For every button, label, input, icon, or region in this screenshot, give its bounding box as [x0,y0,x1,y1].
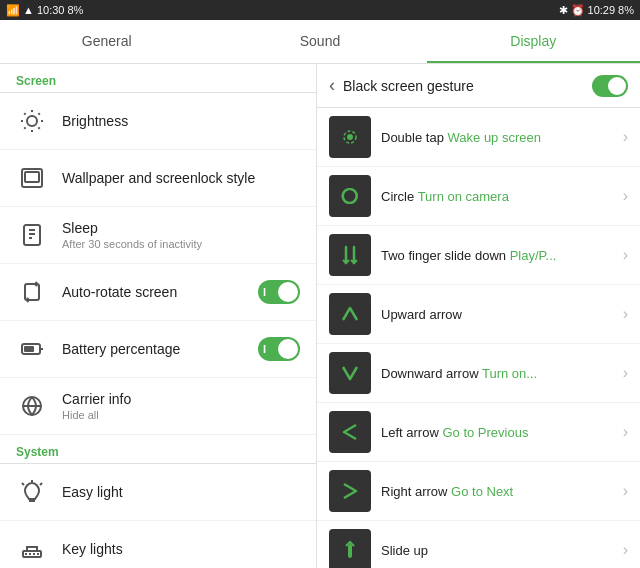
slideup-text: Slide up [381,543,619,558]
carrier-title: Carrier info [62,391,300,407]
section-header-system: System [0,435,316,464]
tab-bar: General Sound Display [0,20,640,64]
keylights-icon [16,533,48,565]
svg-point-0 [27,116,37,126]
svg-rect-26 [29,553,31,555]
twofingerslide-action: Play/P... [510,248,557,263]
gesture-slideup[interactable]: Slide up › [317,521,640,568]
back-button[interactable]: ‹ [329,75,335,96]
wallpaper-text: Wallpaper and screenlock style [62,170,300,186]
upwardarrow-chevron: › [623,305,628,323]
leftarrow-action: Go to Previous [442,425,528,440]
svg-rect-40 [336,477,364,505]
setting-sleep[interactable]: Sleep After 30 seconds of inactivity [0,207,316,264]
battery-title: Battery percentage [62,341,258,357]
svg-rect-27 [33,553,35,555]
downwardarrow-icon [329,352,371,394]
easylight-icon [16,476,48,508]
battery-text: Battery percentage [62,341,258,357]
wifi-icon: ▲ [23,4,34,16]
svg-rect-38 [336,359,364,387]
gesture-upwardarrow[interactable]: Upward arrow › [317,285,640,344]
svg-line-8 [38,113,39,114]
svg-rect-34 [336,241,364,269]
rightarrow-chevron: › [623,482,628,500]
svg-rect-37 [336,300,364,328]
alarm-icon: ⏰ [571,4,585,17]
setting-wallpaper[interactable]: Wallpaper and screenlock style [0,150,316,207]
doubletap-chevron: › [623,128,628,146]
doubletap-text: Double tap Wake up screen [381,130,619,145]
battery-icon [16,333,48,365]
right-panel: ‹ Black screen gesture Double tap Wake u… [317,64,640,568]
blackscreen-toggle[interactable] [592,75,628,97]
battery-toggle[interactable]: I [258,337,300,361]
downwardarrow-text: Downward arrow Turn on... [381,366,619,381]
battery-left: 8% [67,4,83,16]
status-bar: 📶 ▲ 10:30 8% ✱ ⏰ 10:29 8% [0,0,640,20]
svg-line-3 [24,113,25,114]
setting-battery[interactable]: Battery percentage I [0,321,316,378]
svg-line-23 [40,483,42,485]
content-area: Screen Brightness [0,64,640,568]
svg-rect-15 [25,284,39,300]
keylights-title: Key lights [62,541,300,557]
svg-line-4 [38,127,39,128]
sleep-title: Sleep [62,220,300,236]
setting-autorotate[interactable]: Auto-rotate screen I [0,264,316,321]
circle-action: Turn on camera [418,189,509,204]
wallpaper-icon [16,162,48,194]
keylights-text: Key lights [62,541,300,557]
autorotate-icon [16,276,48,308]
svg-point-30 [347,134,353,140]
setting-brightness[interactable]: Brightness [0,93,316,150]
leftarrow-icon [329,411,371,453]
carrier-icon [16,390,48,422]
battery-right: 8% [618,4,634,16]
circle-text: Circle Turn on camera [381,189,619,204]
doubletap-action: Wake up screen [448,130,541,145]
rightarrow-action: Go to Next [451,484,513,499]
svg-line-7 [24,127,25,128]
leftarrow-chevron: › [623,423,628,441]
gesture-leftarrow[interactable]: Left arrow Go to Previous › [317,403,640,462]
setting-easylight[interactable]: Easy light [0,464,316,521]
autorotate-title: Auto-rotate screen [62,284,258,300]
sleep-icon [16,219,48,251]
gesture-twofingerslide[interactable]: Two finger slide down Play/P... › [317,226,640,285]
autorotate-toggle[interactable]: I [258,280,300,304]
rightarrow-text: Right arrow Go to Next [381,484,619,499]
setting-keylights[interactable]: Key lights [0,521,316,568]
upwardarrow-text: Upward arrow [381,307,619,322]
brightness-icon [16,105,48,137]
svg-rect-10 [25,172,39,182]
setting-carrier[interactable]: Carrier info Hide all [0,378,316,435]
sleep-text: Sleep After 30 seconds of inactivity [62,220,300,250]
svg-rect-42 [348,544,352,558]
rightarrow-icon [329,470,371,512]
gesture-downwardarrow[interactable]: Downward arrow Turn on... › [317,344,640,403]
right-panel-header: ‹ Black screen gesture [317,64,640,108]
svg-rect-32 [336,182,364,210]
brightness-text: Brightness [62,113,300,129]
easylight-text: Easy light [62,484,300,500]
twofingerslide-chevron: › [623,246,628,264]
tab-sound[interactable]: Sound [213,20,426,63]
carrier-text: Carrier info Hide all [62,391,300,421]
svg-rect-25 [25,553,27,555]
status-left: 📶 ▲ 10:30 8% [6,4,83,17]
downwardarrow-action: Turn on... [482,366,537,381]
tab-display[interactable]: Display [427,20,640,63]
gesture-circle[interactable]: Circle Turn on camera › [317,167,640,226]
gesture-rightarrow[interactable]: Right arrow Go to Next › [317,462,640,521]
slideup-chevron: › [623,541,628,559]
slideup-icon [329,529,371,568]
tab-general[interactable]: General [0,20,213,63]
gesture-doubletap[interactable]: Double tap Wake up screen › [317,108,640,167]
leftarrow-text: Left arrow Go to Previous [381,425,619,440]
right-panel-title: Black screen gesture [343,78,592,94]
time-right: 10:29 [588,4,616,16]
wallpaper-title: Wallpaper and screenlock style [62,170,300,186]
twofingerslide-icon [329,234,371,276]
autorotate-text: Auto-rotate screen [62,284,258,300]
